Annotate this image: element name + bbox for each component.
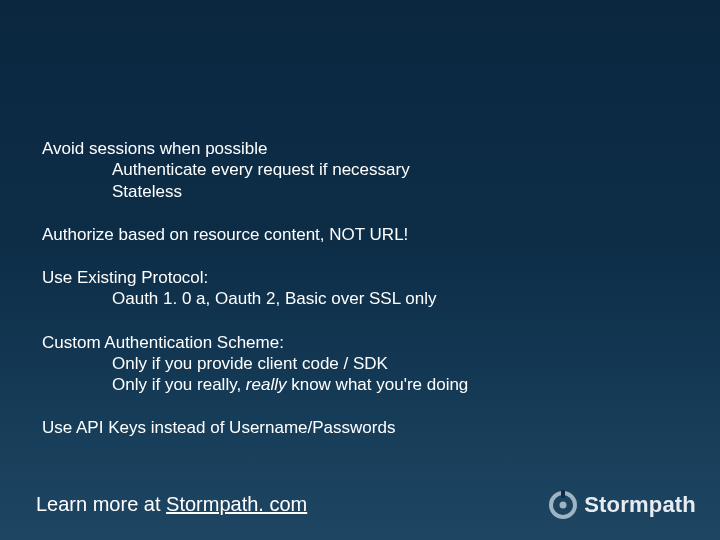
footer-link-text[interactable]: Stormpath. com — [166, 493, 307, 515]
bullet-line: Custom Authentication Scheme: — [42, 332, 678, 353]
slide-body: Avoid sessions when possible Authenticat… — [42, 138, 678, 461]
bullet-block-2: Authorize based on resource content, NOT… — [42, 224, 678, 245]
bullet-block-5: Use API Keys instead of Username/Passwor… — [42, 417, 678, 438]
bullet-block-1: Avoid sessions when possible Authenticat… — [42, 138, 678, 202]
bullet-subline: Oauth 1. 0 a, Oauth 2, Basic over SSL on… — [42, 288, 678, 309]
bullet-block-3: Use Existing Protocol: Oauth 1. 0 a, Oau… — [42, 267, 678, 310]
brand-logo: Stormpath — [548, 490, 696, 520]
svg-rect-2 — [561, 490, 565, 498]
footer-prefix: Learn more at — [36, 493, 166, 515]
text-fragment: Only if you really, — [112, 375, 246, 394]
bullet-line: Authorize based on resource content, NOT… — [42, 224, 678, 245]
text-emphasis: really — [246, 375, 287, 394]
bullet-line: Avoid sessions when possible — [42, 138, 678, 159]
brand-name: Stormpath — [584, 492, 696, 518]
svg-point-1 — [560, 502, 567, 509]
footer-learn-more: Learn more at Stormpath. com — [36, 493, 307, 516]
bullet-subline: Stateless — [42, 181, 678, 202]
stormpath-icon — [548, 490, 578, 520]
bullet-subline: Authenticate every request if necessary — [42, 159, 678, 180]
bullet-line: Use API Keys instead of Username/Passwor… — [42, 417, 678, 438]
text-fragment: know what you're doing — [286, 375, 468, 394]
bullet-subline: Only if you really, really know what you… — [42, 374, 678, 395]
bullet-line: Use Existing Protocol: — [42, 267, 678, 288]
bullet-subline: Only if you provide client code / SDK — [42, 353, 678, 374]
bullet-block-4: Custom Authentication Scheme: Only if yo… — [42, 332, 678, 396]
